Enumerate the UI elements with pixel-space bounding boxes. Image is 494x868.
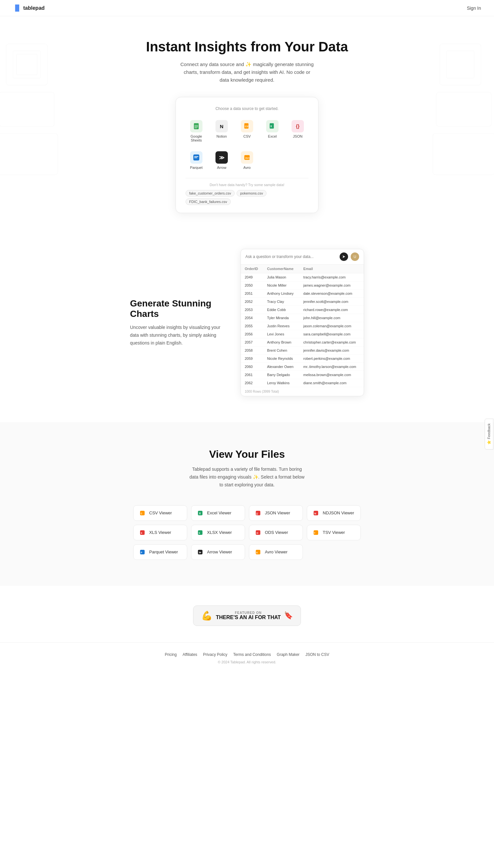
datasource-item-json[interactable]: {} JSON: [287, 117, 308, 145]
table-cell: 2055: [241, 322, 263, 330]
datasource-item-csv[interactable]: CSV CSV: [236, 117, 258, 145]
table-cell: diane.smith@example.com: [299, 379, 364, 387]
svg-text:≫: ≫: [198, 551, 202, 554]
logo-text: tablepad: [23, 5, 45, 11]
svg-text:C: C: [141, 512, 142, 515]
user-avatar: U: [351, 252, 359, 261]
footer-link[interactable]: Pricing: [165, 652, 177, 657]
footer-link[interactable]: Graph Maker: [277, 652, 300, 657]
table-cell: tracy.harris@example.com: [299, 273, 364, 282]
parquet-viewer-icon: P: [139, 548, 146, 556]
viewer-parquet-viewer[interactable]: P Parquet Viewer: [133, 544, 187, 560]
table-cell: 2062: [241, 379, 263, 387]
table-row: 2056Levi Jonessara.campbell@example.com: [241, 330, 364, 338]
table-cell: john.hill@example.com: [299, 314, 364, 322]
table-cell: 2059: [241, 355, 263, 363]
table-row: 2049Julia Masontracy.harris@example.com: [241, 273, 364, 282]
footer-link[interactable]: Affiliates: [183, 652, 197, 657]
csv-label: CSV: [243, 134, 251, 138]
viewer-excel-viewer[interactable]: X Excel Viewer: [191, 505, 245, 521]
viewer-tsv-viewer[interactable]: T TSV Viewer: [307, 525, 361, 540]
table-cell: 2053: [241, 306, 263, 314]
table-cell: 2060: [241, 363, 263, 371]
table-row: 2054Tyler Mirandajohn.hill@example.com: [241, 314, 364, 322]
table-cell: Levi Jones: [263, 330, 300, 338]
sample-data-label: Don't have data handy? Try some sample d…: [186, 183, 308, 187]
json-label: JSON: [293, 134, 302, 138]
svg-rect-1: [13, 51, 41, 78]
excel-icon: X: [266, 120, 279, 132]
svg-rect-19: [194, 157, 198, 157]
svg-text:CSV: CSV: [245, 125, 250, 128]
table-footer: 1000 Rows (3999 Total): [241, 387, 364, 396]
datasource-item-arrow[interactable]: ≫ Arrow: [211, 149, 232, 172]
table-row: 2055Justin Reevesjason.coleman@example.c…: [241, 322, 364, 330]
table-cell: melissa.brown@example.com: [299, 371, 364, 379]
footer-link[interactable]: Privacy Policy: [203, 652, 228, 657]
xlsx-viewer-icon: X: [197, 529, 204, 536]
arrow-viewer-label: Arrow Viewer: [207, 549, 232, 554]
table-row: 2057Anthony Brownchristopher.carter@exam…: [241, 338, 364, 346]
svg-text:T: T: [314, 532, 316, 534]
xls-viewer-icon: X: [139, 529, 146, 536]
viewers-grid: C CSV Viewer X Excel Viewer {} JSON View…: [133, 505, 361, 560]
footer-link[interactable]: Terms and Conditions: [233, 652, 271, 657]
ods-viewer-icon: O: [254, 529, 262, 536]
datasource-item-google-sheets[interactable]: Google Sheets: [186, 117, 207, 145]
datasource-item-parquet[interactable]: Parquet: [186, 149, 207, 172]
datasource-item-excel[interactable]: X Excel: [262, 117, 283, 145]
signin-button[interactable]: Sign In: [467, 5, 481, 11]
datasource-item-notion[interactable]: N Notion: [211, 117, 232, 145]
viewer-json-viewer[interactable]: {} JSON Viewer: [249, 505, 303, 521]
feedback-tab[interactable]: ⭐ Feedback: [484, 418, 493, 449]
svg-rect-8: [433, 133, 494, 175]
viewer-csv-viewer[interactable]: C CSV Viewer: [133, 505, 187, 521]
table-header: Email: [299, 265, 364, 273]
navbar: ▐▌ tablepad Sign In: [0, 0, 494, 16]
parquet-viewer-label: Parquet Viewer: [149, 549, 178, 554]
featured-badge[interactable]: 💪 FEATURED ON THERE'S AN AI FOR THAT 🔖: [193, 605, 301, 626]
viewer-arrow-viewer[interactable]: ≫ Arrow Viewer: [191, 544, 245, 560]
footer-link[interactable]: JSON to CSV: [305, 652, 329, 657]
svg-rect-6: [436, 92, 491, 127]
svg-rect-5: [0, 92, 54, 127]
excel-viewer-label: Excel Viewer: [207, 510, 231, 516]
datasource-item-avro[interactable]: Avro Avro: [236, 149, 258, 172]
table-cell: Leroy Watkins: [263, 379, 300, 387]
xlsx-viewer-label: XLSX Viewer: [207, 530, 232, 535]
query-send-button[interactable]: [340, 252, 348, 261]
table-cell: richard.rowe@example.com: [299, 306, 364, 314]
sample-chip[interactable]: FDIC_bank_failures.csv: [186, 198, 231, 205]
charts-text: Generate Stunning Charts Uncover valuabl…: [130, 299, 221, 347]
table-cell: Tracy Clay: [263, 298, 300, 306]
featured-badge-content: FEATURED ON THERE'S AN AI FOR THAT: [216, 611, 281, 620]
viewer-xlsx-viewer[interactable]: X XLSX Viewer: [191, 525, 245, 540]
table-cell: Barry Delgado: [263, 371, 300, 379]
table-cell: robert.perkins@example.com: [299, 355, 364, 363]
arrow-icon: ≫: [215, 151, 228, 164]
logo[interactable]: ▐▌ tablepad: [13, 4, 44, 12]
query-input[interactable]: [245, 254, 337, 259]
sample-chip[interactable]: pokemons.csv: [236, 190, 266, 197]
svg-text:X: X: [141, 532, 142, 534]
svg-rect-2: [17, 54, 37, 75]
svg-text:X: X: [198, 532, 200, 534]
footer: PricingAffiliatesPrivacy PolicyTerms and…: [0, 642, 494, 670]
viewer-xls-viewer[interactable]: X XLS Viewer: [133, 525, 187, 540]
hero-title: Instant Insights from Your Data: [6, 39, 488, 55]
table-cell: Tyler Miranda: [263, 314, 300, 322]
viewer-avro-viewer[interactable]: A Avro Viewer: [249, 544, 303, 560]
viewer-ods-viewer[interactable]: O ODS Viewer: [249, 525, 303, 540]
footer-copyright: © 2024 Tablepad. All rights reserved.: [13, 660, 481, 664]
table-cell: Justin Reeves: [263, 322, 300, 330]
files-heading: View Your Files: [13, 448, 481, 460]
viewer-ndjson-viewer[interactable]: N NDJSON Viewer: [307, 505, 361, 521]
svg-text:A: A: [256, 551, 258, 554]
table-cell: jason.coleman@example.com: [299, 322, 364, 330]
featured-title: THERE'S AN AI FOR THAT: [216, 615, 281, 620]
csv-viewer-icon: C: [139, 509, 146, 517]
sample-chip[interactable]: fake_customer_orders.csv: [186, 190, 235, 197]
svg-marker-23: [343, 255, 345, 258]
sample-chips: fake_customer_orders.csvpokemons.csvFDIC…: [186, 190, 308, 205]
table-cell: christopher.carter@example.com: [299, 338, 364, 346]
